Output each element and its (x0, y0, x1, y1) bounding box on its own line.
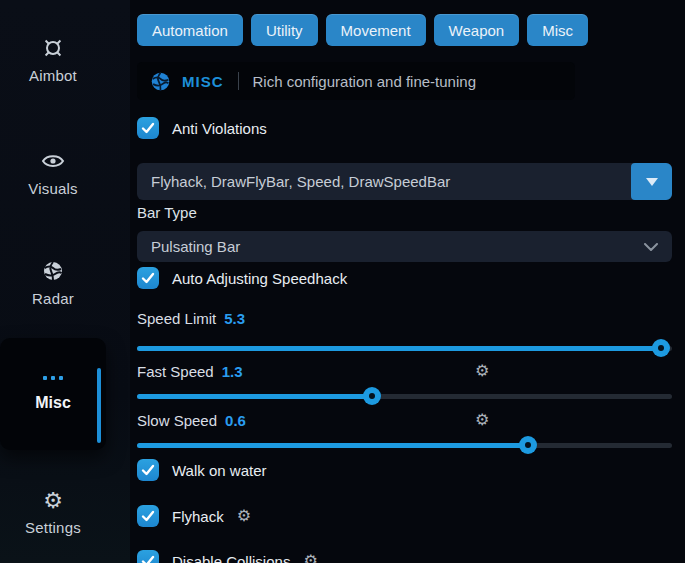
sidebar-item-label: Radar (32, 290, 74, 307)
select-value: Pulsating Bar (151, 238, 240, 255)
sidebar-item-label: Misc (35, 394, 71, 412)
checkbox-checked[interactable] (137, 550, 159, 563)
slow-speed-slider[interactable] (137, 436, 672, 454)
sidebar-item-settings[interactable]: ⚙ Settings (0, 490, 106, 536)
tab-utility[interactable]: Utility (251, 14, 318, 46)
bar-type-label: Bar Type (137, 204, 197, 221)
speed-limit-slider[interactable] (137, 339, 672, 357)
crosshair-icon (41, 36, 65, 60)
slider-value: 0.6 (225, 412, 246, 429)
tab-weapon[interactable]: Weapon (434, 14, 520, 46)
slider-value: 1.3 (222, 363, 243, 380)
slider-fill (137, 443, 528, 448)
sidebar-item-misc[interactable]: Misc (0, 338, 106, 450)
active-indicator (97, 368, 101, 443)
checkbox-checked[interactable] (137, 267, 159, 289)
tab-automation[interactable]: Automation (137, 14, 243, 46)
tab-misc[interactable]: Misc (527, 14, 588, 46)
sidebar-item-aimbot[interactable]: Aimbot (0, 36, 106, 84)
section-title: MISC (182, 73, 224, 90)
multiselect-value: Flyhack, DrawFlyBar, Speed, DrawSpeedBar (137, 173, 631, 190)
anti-violations-row[interactable]: Anti Violations (137, 116, 267, 140)
checkbox-label: Anti Violations (172, 120, 267, 137)
gear-icon[interactable]: ⚙ (475, 412, 489, 428)
chevron-down-icon (644, 243, 658, 251)
globe-icon (41, 259, 65, 283)
bar-multiselect[interactable]: Flyhack, DrawFlyBar, Speed, DrawSpeedBar (137, 163, 672, 200)
sidebar-item-visuals[interactable]: Visuals (0, 149, 106, 197)
section-subtitle: Rich configuration and fine-tuning (253, 73, 476, 90)
header-divider (238, 72, 239, 90)
walk-on-water-row[interactable]: Walk on water (137, 458, 266, 482)
eye-icon (41, 149, 65, 173)
tab-bar: Automation Utility Movement Weapon Misc (137, 14, 588, 46)
sidebar-item-label: Aimbot (29, 67, 77, 84)
ellipsis-icon (43, 376, 63, 380)
slider-fill (137, 346, 661, 351)
app-window: Aimbot Visuals Radar Misc (0, 0, 685, 563)
sidebar-item-label: Visuals (28, 180, 77, 197)
gear-icon: ⚙ (43, 490, 63, 512)
slider-label: Speed Limit (137, 310, 216, 327)
checkbox-checked[interactable] (137, 459, 159, 481)
slider-thumb[interactable] (652, 339, 670, 357)
slider-thumb[interactable] (363, 387, 381, 405)
fast-speed-label-row: Fast Speed 1.3 ⚙ (137, 361, 672, 381)
bar-type-select[interactable]: Pulsating Bar (137, 231, 672, 262)
auto-adjusting-row[interactable]: Auto Adjusting Speedhack (137, 266, 347, 290)
sidebar: Aimbot Visuals Radar Misc (0, 0, 130, 563)
sidebar-item-radar[interactable]: Radar (0, 259, 106, 307)
flyhack-row[interactable]: Flyhack ⚙ (137, 504, 251, 528)
dropdown-button[interactable] (631, 163, 672, 200)
checkbox-label: Disable Collisions (172, 553, 290, 563)
checkbox-checked[interactable] (137, 505, 159, 527)
slider-label: Slow Speed (137, 412, 217, 429)
sidebar-item-label: Settings (25, 519, 81, 536)
globe-icon (150, 71, 171, 92)
slider-label: Fast Speed (137, 363, 214, 380)
gear-icon[interactable]: ⚙ (303, 553, 317, 563)
checkbox-label: Walk on water (172, 462, 266, 479)
slow-speed-label-row: Slow Speed 0.6 ⚙ (137, 410, 672, 430)
gear-icon[interactable]: ⚙ (475, 363, 489, 379)
slider-value: 5.3 (224, 310, 245, 327)
checkbox-label: Auto Adjusting Speedhack (172, 270, 347, 287)
fast-speed-slider[interactable] (137, 387, 672, 405)
speed-limit-label-row: Speed Limit 5.3 (137, 308, 672, 328)
slider-thumb[interactable] (519, 436, 537, 454)
checkbox-checked[interactable] (137, 117, 159, 139)
caret-down-icon (646, 178, 658, 186)
tab-movement[interactable]: Movement (326, 14, 426, 46)
section-header: MISC Rich configuration and fine-tuning (137, 62, 575, 100)
disable-collisions-row[interactable]: Disable Collisions ⚙ (137, 549, 318, 563)
gear-icon[interactable]: ⚙ (237, 508, 251, 524)
slider-fill (137, 394, 372, 399)
checkbox-label: Flyhack (172, 508, 224, 525)
